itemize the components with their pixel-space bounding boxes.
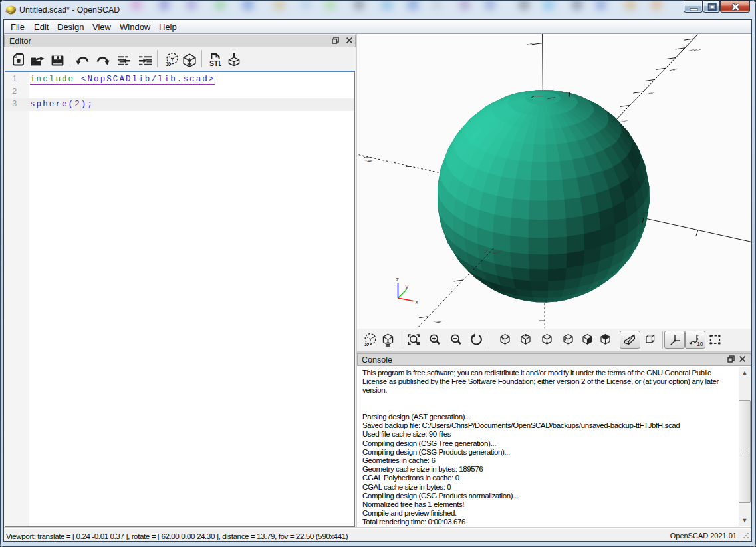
svg-text:6: 6 — [644, 92, 658, 95]
svg-text:-4: -4 — [360, 159, 378, 162]
svg-text:y: y — [406, 283, 409, 290]
svg-text:3: 3 — [523, 42, 537, 45]
svg-text:»: » — [364, 339, 370, 347]
svg-text:z: z — [396, 276, 400, 283]
svg-text:»: » — [166, 57, 172, 67]
svg-text:-4: -4 — [429, 320, 446, 323]
svg-text:x: x — [416, 299, 419, 305]
svg-text:10: 10 — [697, 341, 703, 347]
svg-text:10: 10 — [686, 48, 705, 51]
svg-text:8: 8 — [666, 69, 680, 72]
svg-text:STL: STL — [209, 59, 221, 66]
